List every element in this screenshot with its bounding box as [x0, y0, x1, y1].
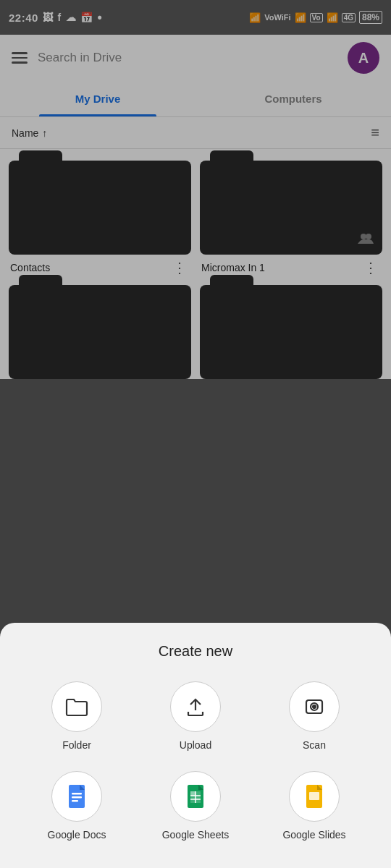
svg-rect-9 — [72, 800, 78, 802]
svg-rect-7 — [72, 793, 82, 795]
google-docs-item[interactable]: Google Docs — [37, 771, 117, 841]
folder-icon-btn — [51, 681, 102, 732]
svg-rect-15 — [190, 791, 196, 796]
bottom-sheet: Create new Folder Upload — [0, 623, 391, 868]
sheet-title: Create new — [17, 643, 374, 660]
slides-icon-btn — [289, 771, 340, 822]
svg-rect-8 — [72, 796, 82, 799]
scan-item[interactable]: Scan — [274, 681, 354, 751]
upload-label: Upload — [180, 739, 211, 751]
upload-icon-btn — [170, 681, 221, 732]
docs-label: Google Docs — [48, 829, 106, 841]
sheets-label: Google Sheets — [162, 829, 230, 841]
google-sheets-item[interactable]: Google Sheets — [156, 771, 235, 841]
slides-label: Google Slides — [282, 829, 345, 841]
create-folder-item[interactable]: Folder — [37, 681, 117, 751]
upload-item[interactable]: Upload — [156, 681, 235, 751]
docs-icon-btn — [51, 771, 102, 822]
folder-label: Folder — [62, 739, 91, 751]
sheet-row-1: Folder Upload Scan — [17, 681, 374, 751]
sheet-row-2: Google Docs Google Sheets — [17, 771, 374, 841]
scan-label: Scan — [303, 739, 326, 751]
google-slides-item[interactable]: Google Slides — [274, 771, 354, 841]
scan-icon-btn — [289, 681, 340, 732]
svg-point-5 — [313, 705, 316, 708]
sheets-icon-btn — [170, 771, 221, 822]
svg-rect-17 — [309, 792, 319, 800]
